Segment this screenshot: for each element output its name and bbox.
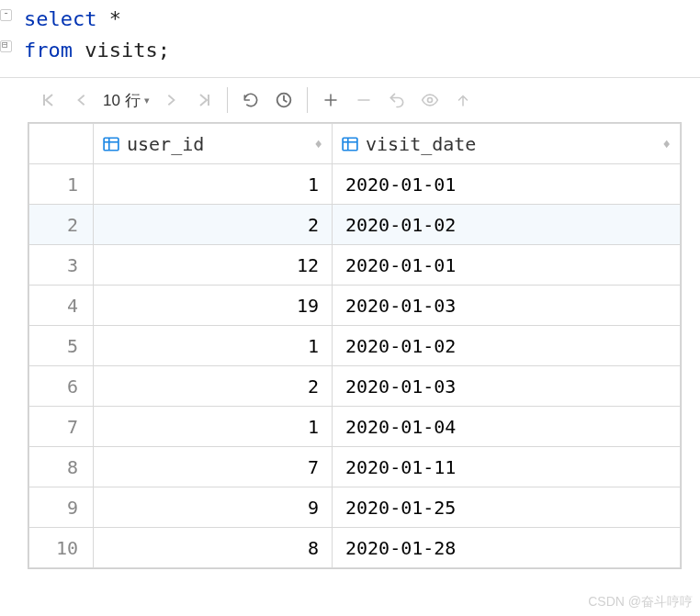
cell-visit-date[interactable]: 2020-01-04 [333,407,681,447]
next-page-button[interactable] [155,84,186,116]
preview-button[interactable] [414,84,446,116]
last-page-button[interactable] [188,84,220,116]
commit-button[interactable] [447,84,479,116]
row-number-cell[interactable]: 2 [29,205,94,245]
cell-visit-date[interactable]: 2020-01-01 [333,245,681,286]
page-size-selector[interactable]: 10 行 ▾ [99,90,153,111]
cell-user-id[interactable]: 2 [94,205,333,245]
cell-visit-date[interactable]: 2020-01-01 [333,164,681,205]
sql-editor[interactable]: select * from visits; [0,0,700,78]
cell-visit-date[interactable]: 2020-01-02 [333,205,681,245]
cell-user-id[interactable]: 1 [94,164,333,205]
sort-handle-icon[interactable]: ♦ [663,137,671,151]
cell-visit-date[interactable]: 2020-01-03 [333,286,681,326]
toolbar-separator [307,87,308,113]
cell-visit-date[interactable]: 2020-01-11 [333,447,681,487]
table-row[interactable]: 4192020-01-03 [29,286,681,326]
cell-visit-date[interactable]: 2020-01-02 [333,326,681,366]
column-icon [342,136,358,152]
table-row[interactable]: 992020-01-25 [29,487,681,528]
table-row[interactable]: 512020-01-02 [29,326,681,366]
keyword-from: from [24,39,73,62]
chevron-down-icon: ▾ [144,95,150,106]
table-row[interactable]: 1082020-01-28 [29,528,681,568]
sort-handle-icon[interactable]: ♦ [315,137,322,151]
result-grid: user_id ♦ visit_date ♦ 112020-01-0122202… [28,122,682,569]
page-size-label: 10 行 [103,90,141,111]
row-number-cell[interactable]: 9 [29,487,94,528]
result-toolbar: 10 行 ▾ [28,78,700,122]
add-row-button[interactable] [315,84,346,116]
svg-rect-2 [104,138,119,151]
column-icon [103,136,119,152]
row-number-header[interactable] [29,124,94,164]
keyword-select: select [24,7,96,30]
cell-user-id[interactable]: 9 [94,487,333,528]
svg-rect-5 [343,138,357,151]
column-header-visit-date[interactable]: visit_date ♦ [333,124,681,164]
fold-marker-icon[interactable] [0,9,12,21]
cell-user-id[interactable]: 8 [94,528,333,568]
cell-user-id[interactable]: 12 [94,245,333,286]
row-number-cell[interactable]: 1 [29,164,94,205]
table-row[interactable]: 872020-01-11 [29,447,681,487]
table-name: visits; [73,39,170,62]
stop-query-button[interactable] [268,84,299,116]
reload-button[interactable] [235,84,266,116]
cell-user-id[interactable]: 7 [94,447,333,487]
prev-page-button[interactable] [66,84,97,116]
watermark: CSDN @奋斗哼哼 [588,594,693,610]
cell-user-id[interactable]: 2 [94,366,333,407]
cell-user-id[interactable]: 1 [94,407,333,447]
revert-button[interactable] [381,84,412,116]
result-table: user_id ♦ visit_date ♦ 112020-01-0122202… [28,123,681,568]
table-row[interactable]: 712020-01-04 [29,407,681,447]
cell-visit-date[interactable]: 2020-01-25 [333,487,681,528]
table-row[interactable]: 112020-01-01 [29,164,681,205]
code-line-1[interactable]: select * [0,4,700,35]
column-label: user_id [127,133,204,155]
table-row[interactable]: 3122020-01-01 [29,245,681,286]
column-label: visit_date [366,133,476,155]
row-number-cell[interactable]: 6 [29,366,94,407]
row-number-cell[interactable]: 5 [29,326,94,366]
row-number-cell[interactable]: 10 [29,528,94,568]
first-page-button[interactable] [33,84,64,116]
table-row[interactable]: 222020-01-02 [29,205,681,245]
row-number-cell[interactable]: 3 [29,245,94,286]
row-number-cell[interactable]: 7 [29,407,94,447]
table-row[interactable]: 622020-01-03 [29,366,681,407]
cell-user-id[interactable]: 1 [94,326,333,366]
cell-visit-date[interactable]: 2020-01-03 [333,366,681,407]
delete-row-button[interactable] [348,84,379,116]
code-line-2[interactable]: from visits; [0,35,700,66]
column-header-user-id[interactable]: user_id ♦ [94,124,333,164]
cell-user-id[interactable]: 19 [94,286,333,326]
select-star: * [96,7,121,30]
fold-marker-icon[interactable] [0,40,12,52]
row-number-cell[interactable]: 8 [29,447,94,487]
svg-point-1 [427,98,432,103]
cell-visit-date[interactable]: 2020-01-28 [333,528,681,568]
toolbar-separator [227,87,228,113]
row-number-cell[interactable]: 4 [29,286,94,326]
